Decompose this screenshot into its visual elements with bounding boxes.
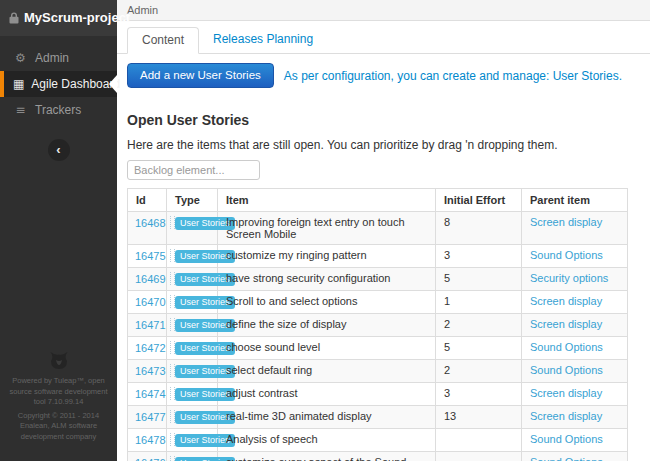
story-title: adjust contrast xyxy=(218,383,436,406)
sidebar-nav: ⚙ Admin ▦ Agile Dashboard ≡ Trackers xyxy=(0,45,117,123)
initial-effort-value: 5 xyxy=(436,268,522,291)
tab-bar: Content Releases Planning xyxy=(117,27,650,54)
story-id-link[interactable]: 16474 xyxy=(135,388,166,400)
breadcrumb-bar: Admin xyxy=(117,0,650,21)
parent-item-link[interactable]: Screen display xyxy=(530,295,602,307)
story-id-link[interactable]: 16478 xyxy=(135,434,166,446)
column-header-id: Id xyxy=(128,189,167,212)
column-header-parent-item: Parent item xyxy=(522,189,628,212)
footer-powered-by: Powered by Tuleap™, open source software… xyxy=(7,376,110,408)
add-user-story-button[interactable]: Add a new User Stories xyxy=(127,63,274,88)
parent-item-link[interactable]: Sound Options xyxy=(530,456,603,461)
parent-item-link[interactable]: Sound Options xyxy=(530,341,603,353)
table-row[interactable]: 16477 User Stories real-time 3D animated… xyxy=(128,406,628,429)
table-row[interactable]: 16471 User Stories define the size of di… xyxy=(128,314,628,337)
drag-handle-icon[interactable] xyxy=(170,364,175,377)
sidebar: MyScrum-project ⚙ Admin ▦ Agile Dashboar… xyxy=(0,0,117,461)
gears-icon: ⚙ xyxy=(13,51,28,65)
drag-handle-icon[interactable] xyxy=(170,272,175,285)
story-id-link[interactable]: 16472 xyxy=(135,342,166,354)
footer-copyright: Copyright © 2011 - 2014 Enalean, ALM sof… xyxy=(7,411,110,443)
table-row[interactable]: 16469 User Stories have strong security … xyxy=(128,268,628,291)
action-row: Add a new User Stories As per configurat… xyxy=(127,63,640,88)
column-header-item: Item xyxy=(218,189,436,212)
backlog-table-body: 16468 User Stories Improving foreign tex… xyxy=(128,212,628,461)
sidebar-item-trackers[interactable]: ≡ Trackers xyxy=(0,97,117,123)
tab-content[interactable]: Content xyxy=(127,27,199,54)
drag-handle-icon[interactable] xyxy=(170,318,175,331)
main-area: Admin Content Releases Planning Add a ne… xyxy=(117,0,650,461)
story-id-link[interactable]: 16476 xyxy=(135,457,166,461)
table-header: Id Type Item Initial Effort Parent item xyxy=(128,189,628,212)
section-description: Here are the items that are still open. … xyxy=(127,138,640,152)
story-id-link[interactable]: 16470 xyxy=(135,296,166,308)
backlog-table: Id Type Item Initial Effort Parent item … xyxy=(127,188,628,461)
sidebar-item-admin[interactable]: ⚙ Admin xyxy=(0,45,117,71)
initial-effort-value xyxy=(436,429,522,452)
initial-effort-value: 1 xyxy=(436,291,522,314)
initial-effort-value: 5 xyxy=(436,337,522,360)
parent-item-link[interactable]: Screen display xyxy=(530,318,602,330)
app-window: MyScrum-project ⚙ Admin ▦ Agile Dashboar… xyxy=(0,0,650,461)
table-row[interactable]: 16468 User Stories Improving foreign tex… xyxy=(128,212,628,245)
parent-item-link[interactable]: Screen display xyxy=(530,387,602,399)
content-pane: Add a new User Stories As per configurat… xyxy=(117,54,650,461)
drag-handle-icon[interactable] xyxy=(170,341,175,354)
parent-item-link[interactable]: Screen display xyxy=(530,410,602,422)
sidebar-collapse-button[interactable]: ‹ xyxy=(48,139,70,161)
initial-effort-value: 8 xyxy=(436,212,522,245)
story-title: Analysis of speech xyxy=(218,429,436,452)
table-row[interactable]: 16474 User Stories adjust contrast 3 Scr… xyxy=(128,383,628,406)
breadcrumb: Admin xyxy=(127,4,158,16)
drag-handle-icon[interactable] xyxy=(170,456,175,461)
story-title: choose sound level xyxy=(218,337,436,360)
table-row[interactable]: 16472 User Stories choose sound level 5 … xyxy=(128,337,628,360)
initial-effort-value: 2 xyxy=(436,314,522,337)
grid-icon: ▦ xyxy=(13,77,24,91)
table-row[interactable]: 16470 User Stories Scroll to and select … xyxy=(128,291,628,314)
parent-item-link[interactable]: Sound Options xyxy=(530,249,603,261)
drag-handle-icon[interactable] xyxy=(170,433,175,446)
story-id-link[interactable]: 16473 xyxy=(135,365,166,377)
project-name: MyScrum-project xyxy=(24,10,130,25)
tuleap-logo xyxy=(47,351,71,370)
parent-item-link[interactable]: Sound Options xyxy=(530,364,603,376)
drag-handle-icon[interactable] xyxy=(170,387,175,400)
story-title: Improving foreign text entry on touch Sc… xyxy=(218,212,436,245)
story-id-link[interactable]: 16477 xyxy=(135,411,166,423)
story-title: customize every aspect of the Sound Blas… xyxy=(218,452,436,461)
story-id-link[interactable]: 16475 xyxy=(135,250,166,262)
drag-handle-icon[interactable] xyxy=(170,249,175,262)
configuration-helper-text: As per configuration, you can create and… xyxy=(284,69,622,83)
initial-effort-value: 3 xyxy=(436,383,522,406)
story-title: real-time 3D animated display xyxy=(218,406,436,429)
project-title: MyScrum-project xyxy=(0,0,117,36)
backlog-filter-input[interactable] xyxy=(127,160,260,180)
story-title: Scroll to and select options xyxy=(218,291,436,314)
column-header-type: Type xyxy=(167,189,218,212)
column-header-initial-effort: Initial Effort xyxy=(436,189,522,212)
lock-icon xyxy=(9,12,19,24)
story-id-link[interactable]: 16471 xyxy=(135,319,166,331)
table-row[interactable]: 16478 User Stories Analysis of speech So… xyxy=(128,429,628,452)
story-title: select default ring xyxy=(218,360,436,383)
sidebar-item-agile-dashboard[interactable]: ▦ Agile Dashboard xyxy=(0,71,117,97)
table-row[interactable]: 16476 User Stories customize every aspec… xyxy=(128,452,628,461)
list-icon: ≡ xyxy=(13,103,28,117)
table-row[interactable]: 16475 User Stories customize my ringing … xyxy=(128,245,628,268)
story-id-link[interactable]: 16468 xyxy=(135,217,166,229)
table-row[interactable]: 16473 User Stories select default ring 2… xyxy=(128,360,628,383)
tab-releases-planning[interactable]: Releases Planning xyxy=(199,27,327,54)
story-id-link[interactable]: 16469 xyxy=(135,273,166,285)
drag-handle-icon[interactable] xyxy=(170,410,175,423)
page-title: Open User Stories xyxy=(127,112,640,128)
parent-item-link[interactable]: Sound Options xyxy=(530,433,603,445)
story-title: have strong security configuration xyxy=(218,268,436,291)
parent-item-link[interactable]: Security options xyxy=(530,272,608,284)
story-title: customize my ringing pattern xyxy=(218,245,436,268)
drag-handle-icon[interactable] xyxy=(170,295,175,308)
sidebar-item-label: Trackers xyxy=(35,103,81,117)
parent-item-link[interactable]: Screen display xyxy=(530,216,602,228)
drag-handle-icon[interactable] xyxy=(170,216,175,229)
chevron-left-icon: ‹ xyxy=(56,143,60,156)
